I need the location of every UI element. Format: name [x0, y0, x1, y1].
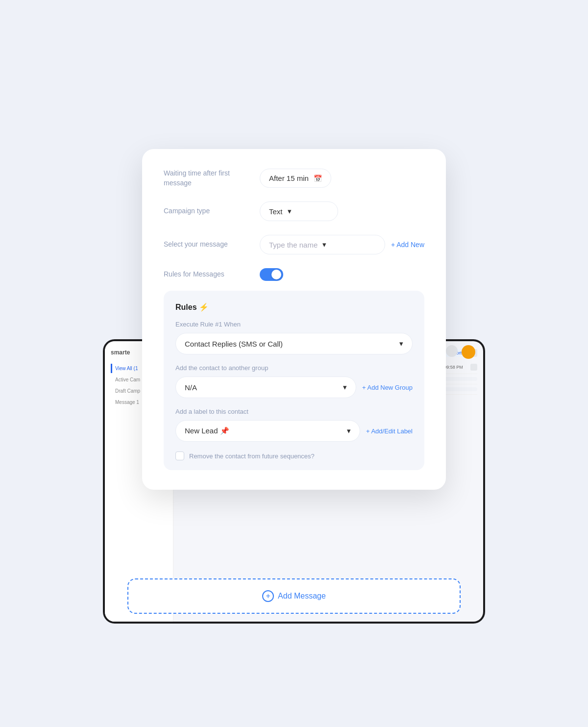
bg-row-checkbox	[470, 364, 477, 371]
add-group-label: Add the contact to another group	[175, 364, 413, 372]
select-message-dropdown[interactable]: Type the name ▾	[260, 235, 385, 254]
main-card: Waiting time after first message After 1…	[142, 149, 446, 490]
campaign-type-label: Campaign type	[164, 206, 252, 216]
rules-title: Rules ⚡	[175, 302, 413, 312]
add-group-row: N/A ▾ + Add New Group	[175, 376, 413, 398]
campaign-type-value: Text	[269, 207, 283, 216]
select-message-row: Select your message Type the name ▾ + Ad…	[164, 235, 424, 254]
add-edit-label-link[interactable]: + Add/Edit Label	[366, 427, 413, 435]
select-message-controls: Type the name ▾ + Add New	[260, 235, 424, 254]
rules-toggle-row: Rules for Messages	[164, 268, 424, 281]
execute-rule-label: Execute Rule #1 When	[175, 321, 413, 328]
bg-avatar	[462, 345, 475, 359]
waiting-time-input[interactable]: After 15 min 📅	[260, 169, 331, 188]
add-message-plus-icon: +	[262, 590, 274, 602]
calendar-icon: 📅	[314, 175, 322, 182]
remove-from-sequences-row: Remove the contact from future sequences…	[175, 451, 413, 460]
rules-for-messages-label: Rules for Messages	[164, 270, 252, 279]
campaign-type-controls: Text ▾	[260, 201, 424, 221]
add-label-dropdown[interactable]: New Lead 📌 ▾	[175, 420, 360, 442]
execute-rule-chevron-icon: ▾	[399, 339, 403, 348]
device-frame: smarte View All (1 Active Cam Draft Camp…	[83, 94, 505, 633]
waiting-time-value: After 15 min	[269, 174, 309, 182]
rules-toggle-controls	[260, 268, 424, 281]
select-message-placeholder: Type the name	[269, 241, 318, 249]
add-new-group-link[interactable]: + Add New Group	[362, 384, 413, 391]
add-new-message-link[interactable]: + Add New	[391, 241, 424, 249]
execute-rule-value: Contact Replies (SMS or Call)	[185, 340, 283, 348]
waiting-time-controls: After 15 min 📅	[260, 169, 424, 188]
execute-rule-dropdown[interactable]: Contact Replies (SMS or Call) ▾	[175, 333, 413, 354]
rules-toggle[interactable]	[260, 268, 283, 281]
add-message-button[interactable]: + Add Message	[262, 590, 326, 602]
select-message-label: Select your message	[164, 240, 252, 250]
remove-sequences-checkbox[interactable]	[175, 451, 184, 460]
add-group-dropdown[interactable]: N/A ▾	[175, 376, 356, 398]
campaign-type-row: Campaign type Text ▾	[164, 201, 424, 221]
add-label-row: New Lead 📌 ▾ + Add/Edit Label	[175, 420, 413, 442]
bg-icons	[446, 345, 475, 359]
waiting-time-row: Waiting time after first message After 1…	[164, 169, 424, 188]
bg-gear-icon	[446, 345, 458, 357]
group-value: N/A	[185, 383, 197, 392]
waiting-time-label: Waiting time after first message	[164, 169, 252, 188]
add-message-label: Add Message	[278, 592, 326, 601]
add-message-bar[interactable]: + Add Message	[127, 578, 461, 614]
label-chevron-icon: ▾	[347, 426, 351, 435]
add-label-text: Add a label to this contact	[175, 408, 413, 415]
select-message-chevron-icon: ▾	[322, 240, 326, 249]
label-value: New Lead 📌	[185, 426, 229, 435]
campaign-type-chevron-icon: ▾	[288, 207, 292, 216]
campaign-type-select[interactable]: Text ▾	[260, 201, 338, 221]
group-chevron-icon: ▾	[343, 383, 347, 392]
rules-section: Rules ⚡ Execute Rule #1 When Contact Rep…	[164, 291, 424, 470]
remove-sequences-label: Remove the contact from future sequences…	[189, 452, 315, 460]
